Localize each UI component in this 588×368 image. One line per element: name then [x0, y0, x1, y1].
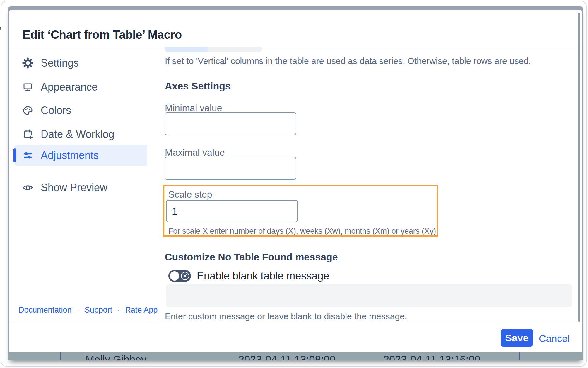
- background-cell-time-1: 2023-04-11 13:08:00: [238, 354, 336, 360]
- blank-message-textarea: [166, 284, 572, 307]
- eye-icon: [22, 182, 34, 194]
- scale-step-label: Scale step: [168, 189, 212, 200]
- scale-step-input[interactable]: [166, 200, 298, 222]
- screenshot-canvas: Molly Gibbey 2023-04-11 13:08:00 2023-04…: [0, 0, 588, 368]
- sidebar-divider: [15, 172, 147, 172]
- link-separator: ·: [114, 306, 123, 314]
- sidebar-item-appearance[interactable]: Appearance: [9, 77, 151, 98]
- modal-backdrop: Molly Gibbey 2023-04-11 13:08:00 2023-04…: [8, 6, 583, 360]
- monitor-icon: [22, 81, 34, 93]
- no-table-message-heading: Customize No Table Found message: [165, 251, 338, 263]
- palette-icon: [22, 105, 34, 116]
- background-table-row: Molly Gibbey 2023-04-11 13:08:00 2023-04…: [8, 352, 583, 360]
- table-cell-border: [60, 352, 61, 360]
- minimal-value-input[interactable]: [165, 112, 296, 135]
- support-link[interactable]: Support: [85, 306, 112, 314]
- sidebar-item-date-worklog[interactable]: Date & Worklog: [9, 124, 151, 145]
- dialog-scrollbar[interactable]: [578, 13, 580, 322]
- maximal-value-input[interactable]: [165, 157, 296, 180]
- sidebar-item-label: Appearance: [41, 81, 98, 93]
- background-cell-name: Molly Gibbey: [86, 354, 146, 360]
- doc-frame: Molly Gibbey 2023-04-11 13:08:00 2023-04…: [1, 1, 587, 367]
- blank-table-toggle[interactable]: ✕: [168, 270, 191, 282]
- sidebar-item-label: Show Preview: [41, 182, 107, 194]
- table-cell-border: [519, 352, 520, 360]
- series-direction-hint: If set to 'Vertical' columns in the tabl…: [165, 56, 531, 66]
- background-cell-time-2: 2023-04-11 13:16:00: [383, 354, 481, 360]
- toggle-knob: [170, 271, 179, 281]
- sidebar-item-adjustments[interactable]: Adjustments: [9, 145, 151, 166]
- link-separator: ·: [74, 306, 82, 314]
- clipped-segment: [208, 47, 262, 52]
- sidebar-item-show-preview[interactable]: Show Preview: [9, 177, 151, 198]
- sidebar-item-label: Adjustments: [41, 149, 99, 162]
- save-button[interactable]: Save: [501, 329, 533, 347]
- sliders-icon: [22, 150, 34, 161]
- documentation-link[interactable]: Documentation: [18, 306, 72, 314]
- calendar-plus-icon: [22, 128, 34, 140]
- blank-table-toggle-row: ✕ Enable blank table message: [168, 270, 329, 282]
- sidebar-item-label: Settings: [41, 57, 79, 69]
- minimal-value-label: Minimal value: [165, 103, 222, 113]
- clipped-segment-selected: [165, 47, 208, 52]
- sidebar-item-colors[interactable]: Colors: [9, 100, 151, 121]
- edit-macro-dialog: Edit ‘Chart from Table’ Macro: [9, 10, 582, 352]
- dialog-sidebar: Settings Appearance: [9, 47, 151, 323]
- rate-app-link[interactable]: Rate App: [125, 306, 158, 314]
- dialog-title: Edit ‘Chart from Table’ Macro: [23, 28, 182, 41]
- axes-settings-heading: Axes Settings: [165, 80, 231, 92]
- maximal-value-label: Maximal value: [165, 147, 225, 158]
- footer-divider: [10, 323, 581, 323]
- sidebar-footer-links: Documentation · Support · Rate App: [18, 306, 158, 315]
- clipped-control-fragment: [165, 47, 262, 52]
- blank-message-help: Enter custom message or leave blank to d…: [165, 311, 407, 321]
- gear-icon: [22, 57, 34, 69]
- cross-icon: ✕: [181, 272, 189, 280]
- sidebar-item-label: Date & Worklog: [41, 128, 114, 140]
- cancel-button[interactable]: Cancel: [539, 333, 570, 344]
- sidebar-item-settings[interactable]: Settings: [9, 52, 151, 74]
- blank-table-toggle-label: Enable blank table message: [197, 270, 329, 282]
- scale-step-help: For scale X enter number of days (X), we…: [168, 227, 436, 236]
- scale-step-highlight-box: Scale step For scale X enter number of d…: [163, 185, 438, 237]
- sidebar-item-label: Colors: [41, 104, 71, 117]
